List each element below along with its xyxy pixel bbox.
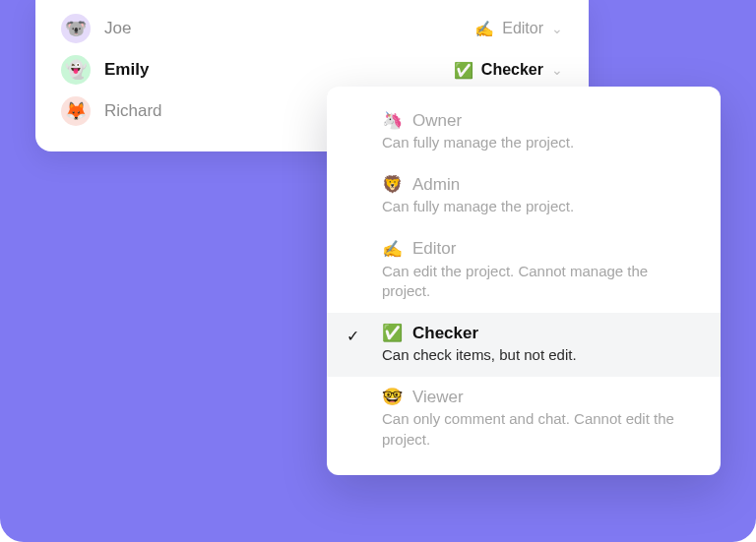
role-option-desc: Can check items, but not edit. — [382, 345, 693, 365]
fox-avatar-icon: 🦊 — [61, 96, 91, 126]
role-select[interactable]: ✅ Checker ⌄ — [454, 61, 563, 80]
role-option-admin[interactable]: 🦁 Admin Can fully manage the project. — [327, 164, 721, 228]
role-option-desc: Can edit the project. Cannot manage the … — [382, 262, 693, 302]
role-option-viewer[interactable]: 🤓 Viewer Can only comment and chat. Cann… — [327, 377, 721, 461]
member-name: Emily — [104, 60, 440, 80]
chevron-down-icon: ⌄ — [551, 21, 563, 36]
role-dropdown: 🦄 Owner Can fully manage the project. 🦁 … — [327, 87, 721, 475]
role-label: Checker — [481, 61, 543, 79]
writing-hand-icon: ✍️ — [474, 20, 494, 38]
role-select[interactable]: ✍️ Editor ⌄ — [474, 20, 563, 38]
role-option-label: Viewer — [412, 388, 464, 407]
lion-icon: 🦁 — [382, 174, 403, 195]
check-box-icon: ✅ — [454, 61, 473, 80]
page-background: 🐨 Joe ✍️ Editor ⌄ 👻 Emily ✅ Checker ⌄ 🦊 … — [0, 0, 756, 542]
unicorn-icon: 🦄 — [382, 110, 403, 131]
role-option-label: Editor — [412, 239, 456, 259]
role-option-checker[interactable]: ✓ ✅ Checker Can check items, but not edi… — [327, 313, 721, 377]
check-box-icon: ✅ — [382, 323, 403, 343]
role-option-desc: Can fully manage the project. — [382, 197, 693, 216]
role-option-desc: Can only comment and chat. Cannot edit t… — [382, 409, 693, 450]
chevron-down-icon: ⌄ — [551, 62, 563, 78]
member-row: 🐨 Joe ✍️ Editor ⌄ — [35, 8, 589, 49]
role-option-label: Admin — [412, 175, 460, 195]
member-row: 👻 Emily ✅ Checker ⌄ — [35, 49, 589, 90]
writing-hand-icon: ✍️ — [382, 239, 403, 260]
role-option-editor[interactable]: ✍️ Editor Can edit the project. Cannot m… — [327, 229, 721, 314]
checkmark-icon: ✓ — [346, 327, 359, 345]
nerd-face-icon: 🤓 — [382, 387, 403, 407]
role-option-desc: Can fully manage the project. — [382, 133, 693, 152]
role-option-label: Checker — [412, 324, 478, 343]
role-option-owner[interactable]: 🦄 Owner Can fully manage the project. — [327, 100, 721, 164]
bear-avatar-icon: 🐨 — [61, 14, 91, 43]
role-label: Editor — [502, 20, 543, 37]
role-option-label: Owner — [412, 111, 462, 131]
member-name: Joe — [104, 19, 461, 38]
ghost-avatar-icon: 👻 — [61, 55, 91, 85]
